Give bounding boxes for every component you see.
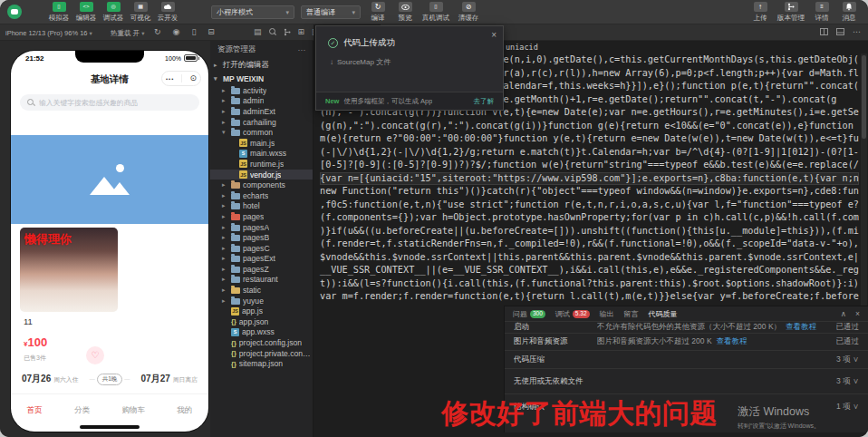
tree-item-app.json[interactable]: {}app.json — [210, 316, 313, 327]
tree-item-app.js[interactable]: JSapp.js — [210, 306, 313, 316]
file-tree: ▸activity▸admin▸adminExt▸carhailing▾comm… — [210, 85, 313, 369]
search-icon[interactable] — [269, 28, 276, 35]
tree-item-runtime.js[interactable]: JSruntime.js — [210, 159, 313, 170]
tree-item-pagesB[interactable]: ▸pagesB — [210, 232, 313, 243]
close-toast-icon[interactable]: × — [491, 30, 497, 40]
promo-link[interactable]: 去了解 — [474, 97, 495, 106]
file-name: components — [243, 180, 285, 189]
hot-reload-toggle[interactable]: 热重载 开 ▾ — [111, 29, 144, 38]
product-image[interactable]: 懒得理你 — [20, 228, 118, 312]
compile-mode-dropdown[interactable]: 普通编译 ▾ — [301, 5, 361, 19]
scrollbar-thumb[interactable] — [862, 55, 866, 139]
tabbar-item-分类[interactable]: 分类 — [74, 405, 90, 416]
simulator-toggle-button[interactable]: ▯ 模拟器 — [45, 2, 72, 23]
preview-button[interactable]: 预览 — [391, 2, 419, 23]
split-editor-icon[interactable] — [820, 28, 828, 35]
tree-item-project.private.config.j...[interactable]: {}project.private.config.j... — [210, 348, 313, 359]
tree-item-sitemap.json[interactable]: {}sitemap.json — [210, 358, 313, 369]
tree-item-vendor.js[interactable]: JSvendor.js — [210, 170, 313, 180]
tree-item-pagesZ[interactable]: ▸pagesZ — [210, 264, 313, 275]
debugger-toggle-button[interactable]: ◎ 调试器 — [100, 2, 127, 23]
remote-debug-button[interactable]: ▯ 真机调试 — [419, 2, 453, 23]
tree-item-project.config.json[interactable]: {}project.config.json — [210, 337, 313, 348]
chevron-right-icon: ▸ — [222, 234, 228, 241]
expand-items-control[interactable]: 1 项 ∨ — [836, 402, 859, 413]
messages-button[interactable]: 消息 — [835, 2, 863, 23]
project-root[interactable]: ▾ MP WEIXIN — [210, 73, 313, 85]
device-selector[interactable]: iPhone 12/13 (Pro) 96% 16 ▾ — [5, 29, 92, 37]
close-panel-icon[interactable]: × — [855, 309, 860, 318]
sourcemap-download-link[interactable]: ↓ SourceMap 文件 — [330, 57, 391, 67]
tree-item-pages[interactable]: ▸pages — [210, 211, 313, 222]
tree-item-pagesExt[interactable]: ▸pagesExt — [210, 254, 313, 265]
tree-item-carhailing[interactable]: ▸carhailing — [210, 117, 313, 128]
upload-label: 上传 — [754, 14, 767, 23]
refresh-page-icon[interactable]: ↻ — [154, 27, 161, 36]
tree-item-app.wxss[interactable]: Sapp.wxss — [210, 327, 313, 338]
chevron-right-icon: ▸ — [222, 245, 228, 252]
console-tab-调试[interactable]: 调试5.32 — [555, 309, 590, 319]
tutorial-link[interactable]: 查看教程 — [786, 322, 816, 333]
tree-item-hotel[interactable]: ▸hotel — [210, 201, 313, 212]
visualize-toggle-button[interactable]: ▦ 可视化 — [127, 2, 154, 23]
chevron-right-icon: ▸ — [222, 108, 228, 115]
editor-toggle-button[interactable]: <> 编辑器 — [72, 2, 100, 23]
explorer-more-icon[interactable]: ⋯ — [298, 45, 306, 54]
details-button[interactable]: ≡ 详情 — [808, 2, 835, 23]
collapse-panel-icon[interactable]: ∧ — [841, 309, 846, 318]
console-tab-代码质量[interactable]: 代码质量 — [649, 309, 678, 319]
tabbar-item-我的[interactable]: 我的 — [177, 405, 192, 416]
tree-item-main.wxss[interactable]: Smain.wxss — [210, 149, 313, 160]
expand-items-control[interactable]: 3 项 ∨ — [836, 354, 859, 365]
tree-item-echarts[interactable]: ▸echarts — [210, 190, 313, 201]
favorite-heart-icon[interactable]: ♡ — [86, 346, 104, 364]
record-icon[interactable]: ◉ — [173, 27, 180, 36]
tree-item-main.js[interactable]: JSmain.js — [210, 138, 313, 149]
console-tab-输出[interactable]: 输出 — [600, 309, 614, 319]
tabbar-item-购物车[interactable]: 购物车 — [121, 405, 145, 416]
tutorial-link[interactable]: 查看教程 — [717, 336, 747, 347]
editor-scrollbar[interactable] — [861, 53, 867, 313]
file-explorer-icon[interactable]: ▤ — [254, 27, 262, 36]
clear-cache-button[interactable]: ⊘ 清缓存 — [453, 2, 484, 23]
expand-items-control[interactable]: 3 项 ∨ — [836, 376, 859, 387]
cloud-dev-button[interactable]: 云开发 — [154, 2, 181, 23]
file-name: app.js — [242, 306, 263, 316]
tree-item-restaurant[interactable]: ▸restaurant — [210, 275, 313, 286]
banner-swiper[interactable] — [11, 135, 208, 224]
clear-icon: ⊘ — [462, 2, 476, 12]
mode-dropdown[interactable]: 小程序模式 ▾ — [211, 5, 294, 19]
capsule-menu[interactable]: ••• ⊙ — [161, 71, 201, 86]
tabbar-item-首页[interactable]: 首页 — [27, 405, 43, 416]
frame-icon[interactable]: ⊟ — [207, 27, 215, 36]
tree-item-pagesA[interactable]: ▸pagesA — [210, 222, 313, 233]
explorer-title: 资源管理器 — [217, 44, 256, 55]
rotate-device-icon[interactable]: ▯ — [191, 27, 196, 36]
search-input[interactable]: 输入关键字搜索您感兴趣的商品 — [20, 94, 199, 111]
console-tab-留言[interactable]: 留言 — [624, 309, 639, 319]
tree-item-adminExt[interactable]: ▸adminExt — [210, 106, 313, 117]
tree-item-yuyue[interactable]: ▸yuyue — [210, 296, 313, 306]
tree-item-admin[interactable]: ▸admin — [210, 96, 313, 107]
tree-item-static[interactable]: ▸static — [210, 285, 313, 296]
date-range-row[interactable]: 07月26 周六入住 —共1晚— 07月27 周日离店 — [22, 373, 198, 385]
chevron-down-icon: ▾ — [214, 75, 220, 83]
file-name: pagesB — [243, 233, 269, 242]
tree-item-components[interactable]: ▸components — [210, 180, 313, 190]
visualize-label: 可视化 — [130, 14, 151, 23]
tree-item-common[interactable]: ▾common — [210, 127, 313, 138]
compile-button[interactable]: ↻ 编译 — [364, 2, 391, 23]
upload-button[interactable]: ↑ 上传 — [747, 2, 774, 23]
git-branch-icon[interactable] — [284, 28, 291, 36]
minimize-target-icon[interactable]: ⊙ — [189, 74, 197, 83]
open-editors-section[interactable]: ▸ 打开的编辑器 — [210, 58, 313, 73]
tree-item-pagesC[interactable]: ▸pagesC — [210, 243, 313, 254]
more-actions-icon[interactable]: ⋯ — [853, 27, 861, 36]
more-menu-icon[interactable]: ••• — [166, 76, 174, 82]
tree-item-activity[interactable]: ▸activity — [210, 85, 313, 96]
tab-bar: 首页分类购物车我的 — [11, 398, 208, 423]
console-tab-问题[interactable]: 问题300 — [513, 309, 545, 319]
version-control-button[interactable]: 版本管理 — [774, 2, 808, 23]
layout-icon[interactable] — [836, 28, 844, 35]
extensions-icon[interactable]: ⊞ — [298, 27, 305, 36]
